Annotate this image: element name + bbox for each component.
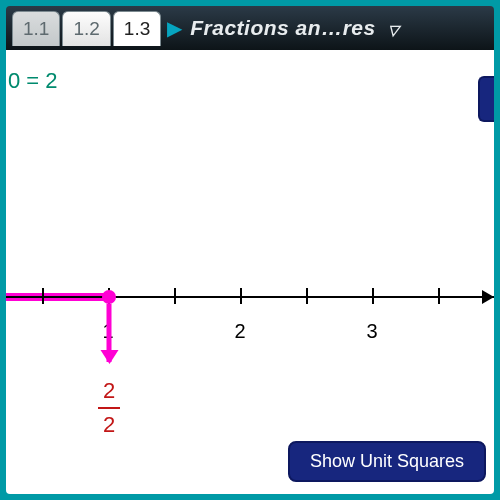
tab-1-1[interactable]: 1.1 — [12, 11, 60, 46]
app-frame: 1.1 1.2 1.3 ▶ Fractions an…res ▽ 0 = 2 1… — [0, 0, 500, 500]
fraction-bar — [98, 407, 120, 409]
axis-line — [6, 296, 494, 298]
tab-strip: 1.1 1.2 1.3 — [12, 11, 161, 46]
marker-arrow-down-icon — [107, 304, 112, 362]
doc-title[interactable]: Fractions an…res ▽ — [190, 16, 488, 40]
right-panel-handle[interactable] — [478, 76, 494, 122]
equation-text: 0 = 2 — [8, 68, 58, 94]
tick — [42, 288, 44, 304]
arrow-right-icon — [482, 290, 494, 304]
show-unit-squares-button[interactable]: Show Unit Squares — [288, 441, 486, 482]
fraction-numerator: 2 — [98, 378, 120, 404]
tick — [372, 288, 374, 304]
chevron-right-icon: ▶ — [167, 16, 182, 40]
fraction-label: 2 2 — [98, 378, 120, 438]
tick — [240, 288, 242, 304]
tab-1-2[interactable]: 1.2 — [62, 11, 110, 46]
work-area: 0 = 2 1 2 3 2 2 Sh — [6, 50, 494, 494]
tick — [174, 288, 176, 304]
dropdown-icon: ▽ — [388, 22, 400, 38]
doc-title-text: Fractions an…res — [190, 16, 375, 39]
marker-dot[interactable] — [102, 290, 116, 304]
top-bar: 1.1 1.2 1.3 ▶ Fractions an…res ▽ — [6, 6, 494, 50]
tick — [438, 288, 440, 304]
fraction-denominator: 2 — [98, 412, 120, 438]
tick-label: 2 — [234, 320, 245, 343]
tab-1-3[interactable]: 1.3 — [113, 11, 161, 46]
tick — [306, 288, 308, 304]
tick-label: 3 — [366, 320, 377, 343]
number-line: 1 2 3 2 2 — [6, 296, 494, 406]
